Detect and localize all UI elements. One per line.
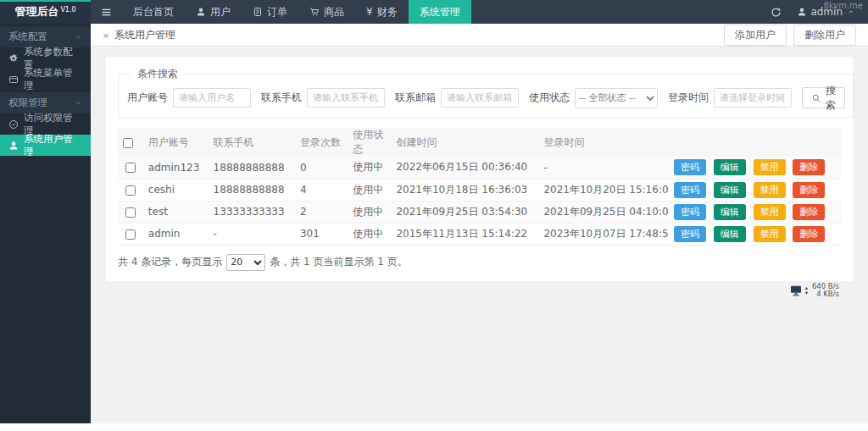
cell-created: 2021年09月25日 03:54:30 xyxy=(391,201,538,223)
cell-account: admin123 xyxy=(143,157,209,179)
cell-actions: 密码 编辑 禁用 删除 xyxy=(669,201,841,223)
refresh-icon[interactable] xyxy=(771,7,782,18)
logo-text: 管理后台 xyxy=(14,4,58,19)
cell-last-login: 2021年09月25日 04:10:09 xyxy=(538,201,669,223)
delete-row-button[interactable]: 删除 xyxy=(793,204,825,220)
pagination-prefix: 共 4 条记录，每页显示 xyxy=(118,255,222,269)
status-label: 使用状态 xyxy=(529,91,570,105)
search-button-label: 搜 索 xyxy=(826,84,836,113)
delete-row-button[interactable]: 删除 xyxy=(793,226,825,242)
row-checkbox[interactable] xyxy=(125,229,136,240)
search-panel: 条件搜索 用户账号 联系手机 联系邮箱 使用状态 xyxy=(118,67,854,118)
cell-account: ceshi xyxy=(143,179,209,201)
top-menu-item[interactable]: 订单 xyxy=(242,0,298,24)
password-button[interactable]: 密码 xyxy=(674,204,706,220)
sidebar-entry[interactable]: 系统参数配置 xyxy=(0,47,91,69)
cell-status: 使用中 xyxy=(348,201,391,223)
breadcrumb-icon: » xyxy=(103,30,109,41)
sidebar-entry[interactable]: 访问权限管理 xyxy=(0,113,91,135)
add-user-button[interactable]: 添加用户 xyxy=(724,25,787,46)
search-field-status: 使用状态 -- 全部状态 -- xyxy=(529,88,658,108)
top-menu: 后台首页 用户 订单 商品 ¥ 财 xyxy=(122,0,471,24)
col-logins: 登录次数 xyxy=(295,128,348,157)
top-menu-item[interactable]: ¥ 财务 xyxy=(355,0,409,24)
delete-row-button[interactable]: 删除 xyxy=(793,159,825,175)
col-account: 用户账号 xyxy=(143,128,209,157)
login-time-input[interactable] xyxy=(714,88,792,108)
breadcrumb-bar: » 系统用户管理 添加用户 删除用户 xyxy=(91,24,868,47)
top-menu-item[interactable]: 商品 xyxy=(298,0,355,24)
email-input[interactable] xyxy=(441,88,519,108)
delete-user-button[interactable]: 删除用户 xyxy=(793,25,856,46)
account-input[interactable] xyxy=(173,88,251,108)
select-all-checkbox[interactable] xyxy=(123,138,133,148)
top-menu-item[interactable]: 用户 xyxy=(185,0,242,24)
cell-actions: 密码 编辑 禁用 删除 xyxy=(669,179,841,201)
user-icon xyxy=(797,7,807,17)
cell-phone: 18888888888 xyxy=(209,179,295,201)
password-button[interactable]: 密码 xyxy=(674,226,706,242)
row-checkbox[interactable] xyxy=(125,185,136,196)
edit-button[interactable]: 编辑 xyxy=(714,204,746,220)
table-header-row: 用户账号 联系手机 登录次数 使用状态 创建时间 登录时间 xyxy=(118,128,841,157)
cell-logins: 4 xyxy=(295,179,348,201)
search-button[interactable]: 搜 索 xyxy=(802,87,845,108)
cell-phone: 13333333333 xyxy=(209,201,295,223)
phone-input[interactable] xyxy=(307,88,385,108)
cell-last-login: 2021年10月20日 15:16:03 xyxy=(538,179,669,201)
search-field-phone: 联系手机 xyxy=(261,88,385,108)
col-phone: 联系手机 xyxy=(209,128,295,157)
delete-row-button[interactable]: 删除 xyxy=(793,182,825,198)
logo-version: V1.0 xyxy=(60,6,75,14)
top-menu-item-label: 用户 xyxy=(210,5,231,19)
cell-account: admin xyxy=(143,223,209,245)
disable-button[interactable]: 禁用 xyxy=(754,159,786,175)
edit-button[interactable]: 编辑 xyxy=(714,182,746,198)
hamburger-icon[interactable] xyxy=(91,0,122,24)
edit-button[interactable]: 编辑 xyxy=(714,226,746,242)
network-monitor-widget: ▴ ▾ 640 B/s 4 KB/s xyxy=(789,283,839,298)
sidebar-entry[interactable]: 权限管理 xyxy=(0,92,91,113)
top-menu-item-icon xyxy=(253,7,263,17)
topbar: 管理后台 V1.0 后台首页 用户 订单 xyxy=(0,0,868,24)
disable-button[interactable]: 禁用 xyxy=(754,182,786,198)
top-menu-item[interactable]: 后台首页 xyxy=(122,0,185,24)
sidebar-entry-icon xyxy=(8,75,19,85)
password-button[interactable]: 密码 xyxy=(674,182,706,198)
search-panel-title: 条件搜索 xyxy=(132,67,183,81)
top-menu-item[interactable]: 系统管理 xyxy=(409,0,471,24)
page-size-select[interactable]: 20 xyxy=(226,254,265,271)
sidebar-entry-icon xyxy=(8,141,19,151)
top-accent-line xyxy=(0,0,91,2)
traffic-arrows: ▴ ▾ xyxy=(805,285,808,296)
login-time-label: 登录时间 xyxy=(668,91,709,105)
sidebar-entry[interactable]: 系统菜单管理 xyxy=(0,69,91,90)
sidebar-entry-label: 系统配置 xyxy=(8,30,47,43)
disable-button[interactable]: 禁用 xyxy=(754,226,786,242)
chevron-down-icon xyxy=(75,33,82,41)
status-select[interactable]: -- 全部状态 -- xyxy=(575,88,658,108)
search-field-login-time: 登录时间 xyxy=(668,88,792,108)
sidebar-entry-icon xyxy=(8,119,19,130)
app-logo: 管理后台 V1.0 xyxy=(0,0,91,24)
table-row: admin - 301 使用中 2015年11月13日 15:14:22 202… xyxy=(118,223,841,245)
row-checkbox[interactable] xyxy=(125,163,136,173)
cell-account: test xyxy=(143,201,209,223)
account-label: 用户账号 xyxy=(127,91,168,105)
cell-actions: 密码 编辑 禁用 删除 xyxy=(669,157,841,179)
top-menu-item-label: 系统管理 xyxy=(420,5,460,19)
edit-button[interactable]: 编辑 xyxy=(714,159,746,175)
password-button[interactable]: 密码 xyxy=(674,159,706,175)
main-content: » 系统用户管理 添加用户 删除用户 条件搜索 用户账号 联系手机 xyxy=(91,24,868,423)
row-checkbox[interactable] xyxy=(125,207,136,218)
cell-status: 使用中 xyxy=(348,223,391,245)
content-card: 条件搜索 用户账号 联系手机 联系邮箱 使用状态 xyxy=(106,57,853,281)
top-menu-item-label: 商品 xyxy=(324,5,344,19)
pagination-suffix: 条，共 1 页当前显示第 1 页。 xyxy=(270,255,408,269)
sidebar-entry[interactable]: 系统配置 xyxy=(0,26,91,47)
cell-logins: 0 xyxy=(295,157,348,179)
sidebar-entry[interactable]: 系统用户管理 xyxy=(0,135,91,156)
table-row: ceshi 18888888888 4 使用中 2021年10月18日 16:3… xyxy=(118,179,841,201)
disable-button[interactable]: 禁用 xyxy=(754,204,786,220)
cell-logins: 2 xyxy=(295,201,348,223)
